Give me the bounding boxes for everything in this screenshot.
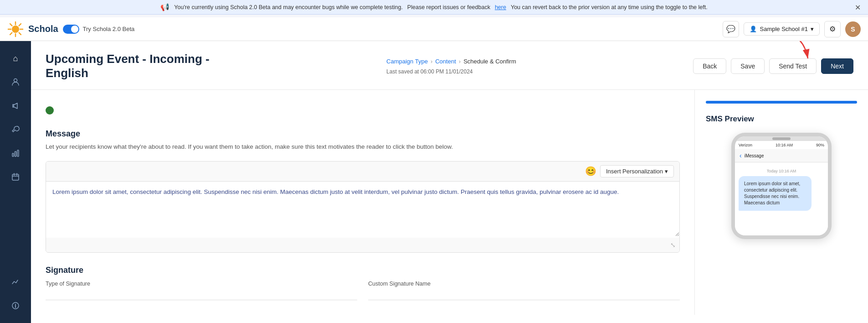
preview-progress-bar <box>706 101 857 104</box>
school-selector[interactable]: 👤 Sample School #1 ▾ <box>744 22 820 36</box>
phone-back-arrow: ‹ <box>740 152 742 159</box>
toggle-area: Try Schola 2.0 Beta <box>63 25 135 34</box>
svg-point-0 <box>12 26 19 33</box>
message-title: Message <box>46 129 680 139</box>
message-bubble: Lorem ipsum dolor sit amet, consectetur … <box>739 176 812 211</box>
last-saved: Last saved at 06:00 PM 11/01/2024 <box>386 68 473 75</box>
school-name: Sample School #1 <box>760 26 808 32</box>
logo-icon <box>7 21 24 37</box>
carrier-text: Verizon <box>739 143 752 147</box>
personalize-dropdown-icon: ▾ <box>665 168 668 175</box>
notification-link[interactable]: here <box>495 4 506 10</box>
custom-name-input[interactable] <box>368 287 680 300</box>
sidebar-item-calendar[interactable] <box>5 167 26 187</box>
page-title: Upcoming Event - Incoming - English <box>46 52 210 80</box>
message-editor: 😊 Insert Personalization ▾ ⤡ <box>46 161 680 253</box>
page-title-text: Upcoming Event - Incoming - English <box>46 52 210 80</box>
preview-title: SMS Preview <box>706 115 857 124</box>
type-of-signature-input[interactable] <box>46 287 357 300</box>
signature-section: Signature Type of Signature Custom Signa… <box>46 266 680 300</box>
logo-area: Schola Try Schola 2.0 Beta <box>7 21 134 37</box>
custom-name-field: Custom Signature Name <box>368 281 680 300</box>
battery-text: 90% <box>816 143 824 147</box>
svg-line-6 <box>19 32 21 34</box>
logo-text: Schola <box>28 24 58 34</box>
sidebar-item-info[interactable] <box>5 296 26 316</box>
sidebar-item-wrench[interactable] <box>5 120 26 140</box>
sidebar-item-megaphone[interactable] <box>5 96 26 116</box>
phone-mockup: Verizon 10:16 AM 90% ‹ iMessage Today 10… <box>731 133 832 239</box>
sidebar-item-home[interactable]: ⌂ <box>5 48 26 68</box>
school-dropdown-icon: ▾ <box>811 26 814 32</box>
svg-rect-13 <box>12 174 19 180</box>
close-notification-button[interactable]: ✕ <box>855 3 861 11</box>
resize-handle-icon: ⤡ <box>670 241 676 249</box>
back-button[interactable]: Back <box>693 58 726 74</box>
breadcrumb: Campaign Type › Content › Schedule & Con… <box>386 58 516 65</box>
form-section: Message Let your recipients know what th… <box>31 90 695 314</box>
notification-text2: Please report issues or feedback <box>407 4 490 10</box>
breadcrumb-sep-2: › <box>459 58 461 65</box>
step-dot <box>46 106 54 115</box>
svg-rect-10 <box>12 153 14 156</box>
phone-notch <box>772 137 791 140</box>
type-of-signature-field: Type of Signature <box>46 281 357 300</box>
send-test-button[interactable]: Send Test <box>769 58 817 74</box>
time-text: 10:16 AM <box>776 143 793 147</box>
school-icon: 👤 <box>750 26 757 32</box>
header-right: 💬 👤 Sample School #1 ▾ ⚙ S <box>723 21 861 37</box>
step-indicator <box>46 104 680 115</box>
svg-rect-12 <box>17 150 19 156</box>
breadcrumb-content[interactable]: Content <box>435 58 456 65</box>
sidebar-bottom <box>0 272 31 323</box>
type-of-signature-label: Type of Signature <box>46 281 357 287</box>
svg-rect-11 <box>15 151 16 156</box>
beta-toggle[interactable] <box>63 25 79 34</box>
chat-icon-button[interactable]: 💬 <box>723 21 739 37</box>
breadcrumb-sep-1: › <box>431 58 432 65</box>
svg-line-7 <box>19 24 21 26</box>
signature-title: Signature <box>46 266 680 275</box>
avatar[interactable]: S <box>845 21 861 37</box>
phone-status-bar: Verizon 10:16 AM 90% <box>735 141 828 149</box>
main-wrapper: Upcoming Event - Incoming - English Camp… <box>31 41 868 323</box>
header-actions: Back Save Send Test Next <box>693 58 853 74</box>
preview-section: SMS Preview Verizon 10:16 AM 90% ‹ iMess… <box>695 90 868 314</box>
sidebar-item-graph[interactable] <box>5 272 26 292</box>
save-button[interactable]: Save <box>731 58 765 74</box>
top-header: Schola Try Schola 2.0 Beta 💬 👤 Sample Sc… <box>0 17 868 41</box>
sidebar-item-chart[interactable] <box>5 143 26 163</box>
svg-point-9 <box>14 79 17 82</box>
message-section: Message Let your recipients know what th… <box>46 129 680 252</box>
breadcrumb-area: Campaign Type › Content › Schedule & Con… <box>386 58 516 75</box>
message-description: Let your recipients know what they're ab… <box>46 142 680 151</box>
breadcrumb-schedule[interactable]: Schedule & Confirm <box>463 58 516 65</box>
svg-line-8 <box>10 32 12 34</box>
notification-text3: You can revert back to the prior version… <box>511 4 708 10</box>
next-button[interactable]: Next <box>821 58 853 74</box>
breadcrumb-campaign-type[interactable]: Campaign Type <box>386 58 428 65</box>
personalize-button[interactable]: Insert Personalization ▾ <box>600 165 674 177</box>
notification-bar: 📢 You're currently using Schola 2.0 Beta… <box>0 0 868 15</box>
editor-footer: ⤡ <box>46 238 679 252</box>
emoji-button[interactable]: 😊 <box>585 166 596 177</box>
svg-line-5 <box>10 24 12 26</box>
phone-content: Today 10:16 AM Lorem ipsum dolor sit ame… <box>735 162 828 235</box>
message-date: Today 10:16 AM <box>739 169 824 173</box>
content-area: Message Let your recipients know what th… <box>31 90 868 314</box>
notification-text1: You're currently using Schola 2.0 Beta a… <box>174 4 403 10</box>
toggle-label: Try Schola 2.0 Beta <box>83 26 135 32</box>
settings-button[interactable]: ⚙ <box>824 21 841 37</box>
custom-name-label: Custom Signature Name <box>368 281 680 287</box>
notification-icon: 📢 <box>160 3 169 11</box>
editor-toolbar: 😊 Insert Personalization ▾ <box>46 162 679 182</box>
message-body-input[interactable] <box>46 182 679 236</box>
signature-row: Type of Signature Custom Signature Name <box>46 281 680 300</box>
sidebar-item-users[interactable] <box>5 72 26 92</box>
phone-message-label: iMessage <box>745 153 764 158</box>
page-header: Upcoming Event - Incoming - English Camp… <box>31 41 868 90</box>
phone-message-header: ‹ iMessage <box>735 149 828 162</box>
